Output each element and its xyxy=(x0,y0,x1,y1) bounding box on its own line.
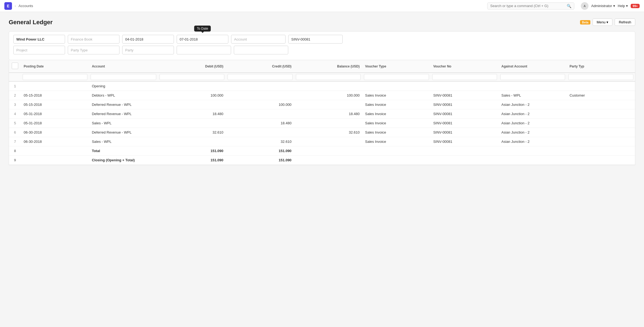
col-account: Account xyxy=(89,60,158,73)
col-against-account: Against Account xyxy=(499,60,567,73)
table-filter-row xyxy=(9,73,635,81)
search-icon: 🔍 xyxy=(567,4,571,8)
search-input[interactable] xyxy=(490,4,565,8)
table-row: 606-30-2018Deferred Revenue - WPL32.6103… xyxy=(9,128,635,137)
project-filter[interactable] xyxy=(13,46,65,54)
col-debit: Debit (USD) xyxy=(158,60,226,73)
page-title: General Ledger xyxy=(9,19,53,26)
filter-party-type[interactable] xyxy=(568,74,633,80)
breadcrumb-separator: › xyxy=(15,4,16,8)
filters-row-1: To Date xyxy=(13,35,631,44)
header-checkbox[interactable] xyxy=(12,63,18,69)
menu-button[interactable]: Menu ▾ xyxy=(593,18,613,26)
table-row: 9Closing (Opening + Total)151.090151.090 xyxy=(9,156,635,165)
to-date-tooltip: To Date xyxy=(194,26,211,32)
table-header-row: Posting Date Account Debit (USD) Credit … xyxy=(9,60,635,73)
party-filter[interactable] xyxy=(122,46,174,54)
header-actions: Beta Menu ▾ Refresh xyxy=(580,18,635,26)
voucher-no-filter[interactable] xyxy=(288,35,343,44)
table-row: 405-31-2018Deferred Revenue - WPL18.4801… xyxy=(9,109,635,119)
main-content: General Ledger Beta Menu ▾ Refresh To Da… xyxy=(0,12,644,172)
extra-filter-1[interactable] xyxy=(177,46,231,54)
filter-voucher-no[interactable] xyxy=(432,74,497,80)
table-body: 1Opening205-15-2018Debtors - WPL100.0001… xyxy=(9,81,635,165)
party-type-filter[interactable] xyxy=(68,46,119,54)
avatar-button[interactable]: A xyxy=(581,2,588,10)
admin-menu-button[interactable]: Administrator ▾ xyxy=(591,4,615,8)
table-row: 706-30-2018Sales - WPL32.610Sales Invoic… xyxy=(9,137,635,146)
table-row: 1Opening xyxy=(9,81,635,91)
filters-section: To Date xyxy=(9,31,635,60)
filter-debit[interactable] xyxy=(160,74,224,80)
help-menu-button[interactable]: Help ▾ xyxy=(618,4,628,8)
notification-badge[interactable]: 99+ xyxy=(631,4,640,8)
col-voucher-no: Voucher No xyxy=(431,60,499,73)
from-date-filter[interactable] xyxy=(122,35,174,44)
to-date-filter[interactable] xyxy=(177,35,228,44)
col-posting-date: Posting Date xyxy=(21,60,89,73)
general-ledger-table: Posting Date Account Debit (USD) Credit … xyxy=(9,60,635,165)
col-voucher-type: Voucher Type xyxy=(362,60,430,73)
app-icon[interactable]: E xyxy=(4,2,12,10)
col-balance: Balance (USD) xyxy=(294,60,362,73)
table-row: 205-15-2018Debtors - WPL100.000100.000Sa… xyxy=(9,91,635,100)
search-bar[interactable]: 🔍 xyxy=(487,2,574,10)
filter-credit[interactable] xyxy=(228,74,292,80)
extra-filter-2[interactable] xyxy=(234,46,288,54)
col-party-type: Party Typ xyxy=(567,60,635,73)
account-filter[interactable] xyxy=(231,35,286,44)
top-nav: E › Accounts 🔍 A Administrator ▾ Help ▾ … xyxy=(0,0,644,12)
finance-book-filter[interactable] xyxy=(68,35,119,44)
table-container: Posting Date Account Debit (USD) Credit … xyxy=(9,60,635,165)
table-row: 305-15-2018Deferred Revenue - WPL100.000… xyxy=(9,100,635,109)
col-credit: Credit (USD) xyxy=(226,60,294,73)
nav-right: A Administrator ▾ Help ▾ 99+ xyxy=(581,2,640,10)
filter-against-account[interactable] xyxy=(500,74,565,80)
company-filter[interactable] xyxy=(13,35,65,44)
page-header: General Ledger Beta Menu ▾ Refresh xyxy=(9,18,635,26)
beta-badge: Beta xyxy=(580,20,590,24)
to-date-container: To Date xyxy=(177,35,228,44)
breadcrumb-accounts[interactable]: Accounts xyxy=(19,4,33,8)
filter-voucher-type[interactable] xyxy=(364,74,429,80)
table-row: 505-31-2018Sales - WPL18.480Sales Invoic… xyxy=(9,119,635,128)
table-row: 8Total151.090151.090 xyxy=(9,146,635,156)
filters-row-2 xyxy=(13,46,631,54)
filter-posting-date[interactable] xyxy=(23,74,87,80)
col-checkbox xyxy=(9,60,21,73)
refresh-button[interactable]: Refresh xyxy=(615,18,635,26)
filter-account[interactable] xyxy=(91,74,156,80)
filter-balance[interactable] xyxy=(296,74,361,80)
